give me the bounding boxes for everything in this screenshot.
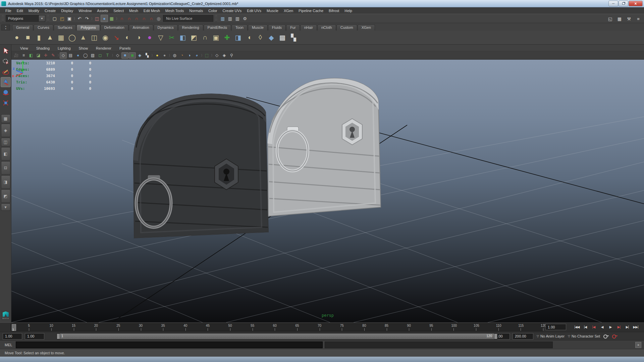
menu-item[interactable]: File bbox=[3, 9, 14, 13]
rotate-tool-button[interactable] bbox=[1, 87, 11, 98]
shelf-tab-dynamics[interactable]: Dynamics bbox=[154, 24, 178, 31]
restore-button[interactable] bbox=[619, 1, 628, 6]
select-tool-button[interactable] bbox=[1, 46, 11, 56]
set-key-icon[interactable] bbox=[603, 334, 609, 339]
shelf-tool-poly-cylinder[interactable]: ▮ bbox=[34, 32, 44, 43]
panel-toolbar-icon-use-all-lights[interactable]: ● bbox=[154, 52, 161, 59]
panel-toolbar-icon-sep2[interactable]: ⟩ bbox=[111, 52, 114, 59]
frame-tick[interactable]: 5 bbox=[26, 324, 31, 327]
range-slider-track[interactable]: 1 120 bbox=[56, 333, 498, 340]
menu-item[interactable]: Edit UVs bbox=[244, 9, 264, 13]
menu-item[interactable]: Window bbox=[76, 9, 94, 13]
playback-button-step-forward-frame[interactable]: ▶| bbox=[615, 323, 623, 330]
status-icon-new-scene[interactable]: ▢ bbox=[51, 15, 58, 22]
shelf-tab-curves[interactable]: Curves bbox=[34, 24, 53, 31]
shelf-tool-bevel[interactable]: ◩ bbox=[189, 32, 199, 43]
shelf-tool-smooth[interactable]: ● bbox=[144, 32, 155, 43]
frame-tick[interactable]: 30 bbox=[139, 324, 143, 327]
frame-tick[interactable]: 45 bbox=[205, 324, 210, 327]
frame-tick[interactable]: 40 bbox=[183, 324, 188, 327]
frame-tick[interactable]: 15 bbox=[71, 324, 76, 327]
frame-tick[interactable]: 110 bbox=[496, 324, 501, 327]
status-icon-snap-to-curve[interactable]: ∩ bbox=[125, 15, 133, 22]
frame-tick[interactable]: 65 bbox=[295, 324, 300, 327]
paint-select-tool-button[interactable] bbox=[1, 67, 11, 77]
panel-toolbar-icon-sep6[interactable]: ⟩ bbox=[211, 52, 213, 59]
frame-tick[interactable]: 50 bbox=[228, 324, 232, 327]
shelf-tab-fluids[interactable]: Fluids bbox=[268, 24, 286, 31]
status-icon-make-live[interactable]: ◎ bbox=[155, 15, 162, 22]
panel-menu-item[interactable]: Panels bbox=[115, 46, 135, 50]
character-set-chevron-icon[interactable]: ▽ bbox=[568, 335, 570, 338]
scale-tool-button[interactable] bbox=[1, 98, 11, 108]
shelf-tool-quad-draw[interactable]: ✚ bbox=[222, 32, 232, 43]
current-time-field[interactable]: 1.00 bbox=[545, 324, 566, 330]
shelf-tool-booleans[interactable]: ◑ bbox=[133, 32, 144, 43]
playback-button-play-forwards[interactable]: ▶ bbox=[607, 323, 614, 330]
menu-item[interactable]: Select bbox=[111, 9, 126, 13]
panel-toolbar-icon-shadows[interactable]: ● bbox=[161, 52, 168, 59]
status-icon-select-by-component[interactable]: ▦ bbox=[108, 15, 115, 22]
layout-four-view-button[interactable]: ◫ bbox=[1, 138, 10, 146]
status-icon-open-scene[interactable]: ◰ bbox=[58, 15, 66, 22]
menu-item[interactable]: Modify bbox=[26, 9, 42, 13]
shelf-tab-toon[interactable]: Toon bbox=[231, 24, 248, 31]
time-ruler[interactable]: 5101520253035404550556065707580859095100… bbox=[11, 323, 543, 331]
menu-item[interactable]: Muscle bbox=[264, 9, 281, 13]
status-grip[interactable] bbox=[215, 15, 217, 22]
shelf-tool-mirror[interactable]: ◨ bbox=[233, 32, 244, 43]
frame-tick[interactable]: 90 bbox=[407, 324, 411, 327]
shelf-tab-custom[interactable]: Custom bbox=[336, 24, 357, 31]
panel-toolbar-icon-field-chart[interactable]: ▧ bbox=[89, 52, 96, 59]
layout-persp-graph-button[interactable]: ⊟ bbox=[1, 161, 10, 175]
shelf-tool-uv-planar[interactable]: ◊ bbox=[255, 32, 266, 43]
sidebar-toggle-icon-attribute-editor[interactable]: ≡ bbox=[635, 15, 642, 22]
menu-item[interactable]: Assets bbox=[94, 9, 111, 13]
frame-tick[interactable]: 80 bbox=[362, 324, 367, 327]
shelf-tool-poly-torus[interactable]: ◯ bbox=[67, 32, 77, 43]
menu-item[interactable]: Display bbox=[58, 9, 76, 13]
panel-toolbar-icon-depth-of-field[interactable]: ◕ bbox=[193, 52, 200, 59]
shelf-tool-poly-cone[interactable]: ▲ bbox=[45, 32, 55, 43]
shelf-tab-xgen[interactable]: XGen bbox=[358, 24, 375, 31]
animation-start-field[interactable]: 1.00 bbox=[3, 333, 22, 340]
frame-tick[interactable]: 10 bbox=[49, 324, 54, 327]
panel-toolbar-icon-motion-blur[interactable]: ◔ bbox=[178, 52, 185, 59]
frame-tick[interactable]: 115 bbox=[518, 324, 523, 327]
status-icon-sep2[interactable]: ⟩ bbox=[91, 15, 93, 22]
playback-button-step-back-key[interactable]: |◀ bbox=[582, 323, 589, 330]
shelf-tool-poly-pyramid[interactable]: ▲ bbox=[78, 32, 89, 43]
panel-toolbar-icon-wireframe[interactable]: ◇ bbox=[114, 52, 121, 59]
menu-item[interactable]: Help bbox=[342, 9, 355, 13]
frame-tick[interactable]: 20 bbox=[94, 324, 98, 327]
panel-toolbar-icon-wireframe-on-shaded[interactable]: ◈ bbox=[136, 52, 143, 59]
shelf-tool-uv-automatic[interactable]: ◆ bbox=[266, 32, 277, 43]
status-icon-sep3[interactable]: ⟩ bbox=[115, 15, 118, 22]
animation-end-field[interactable]: 200.00 bbox=[513, 333, 533, 340]
status-icon-snap-to-point[interactable]: ∩ bbox=[133, 15, 140, 22]
frame-tick[interactable]: 70 bbox=[317, 324, 322, 327]
render-icon-ipr-render[interactable]: ▥ bbox=[226, 15, 234, 22]
shelf-tool-reduce[interactable]: ▽ bbox=[155, 32, 166, 43]
panel-menu-item[interactable]: Shading bbox=[32, 46, 54, 50]
layout-persp-outliner-graph-button[interactable]: ◩ bbox=[1, 189, 10, 203]
sidebar-toggle-icon-modeling-toolkit[interactable]: ◱ bbox=[606, 15, 614, 22]
frame-tick[interactable]: 25 bbox=[116, 324, 121, 327]
shelf-tool-combine[interactable]: ◐ bbox=[122, 32, 133, 43]
menu-item[interactable]: Color bbox=[206, 9, 220, 13]
panel-menu-item[interactable]: Lighting bbox=[54, 46, 75, 50]
playback-button-go-to-end[interactable]: ▶▶| bbox=[632, 323, 639, 330]
panel-toolbar-icon-sep4[interactable]: ⟩ bbox=[168, 52, 171, 59]
shelf-tab-ncloth[interactable]: nCloth bbox=[317, 24, 336, 31]
menu-item[interactable]: Edit Mesh bbox=[141, 9, 163, 13]
current-frame-marker[interactable]: 1 bbox=[12, 324, 16, 331]
panel-toolbar-icon-sep3[interactable]: ⟩ bbox=[151, 52, 153, 59]
status-icon-undo[interactable]: ↶ bbox=[76, 15, 83, 22]
panel-toolbar-icon-plugin-filter[interactable]: ⚲ bbox=[228, 52, 235, 59]
crate-dark-model[interactable] bbox=[133, 94, 268, 238]
panel-toolbar-icon-textured[interactable]: ◙ bbox=[129, 52, 136, 59]
panel-toolbar-icon-grease-pencil[interactable]: ✎ bbox=[50, 52, 57, 59]
range-start-handle[interactable] bbox=[57, 334, 60, 339]
mel-label[interactable]: MEL bbox=[5, 343, 12, 347]
shelf-tool-curve-warp[interactable]: ↘ bbox=[111, 32, 122, 43]
